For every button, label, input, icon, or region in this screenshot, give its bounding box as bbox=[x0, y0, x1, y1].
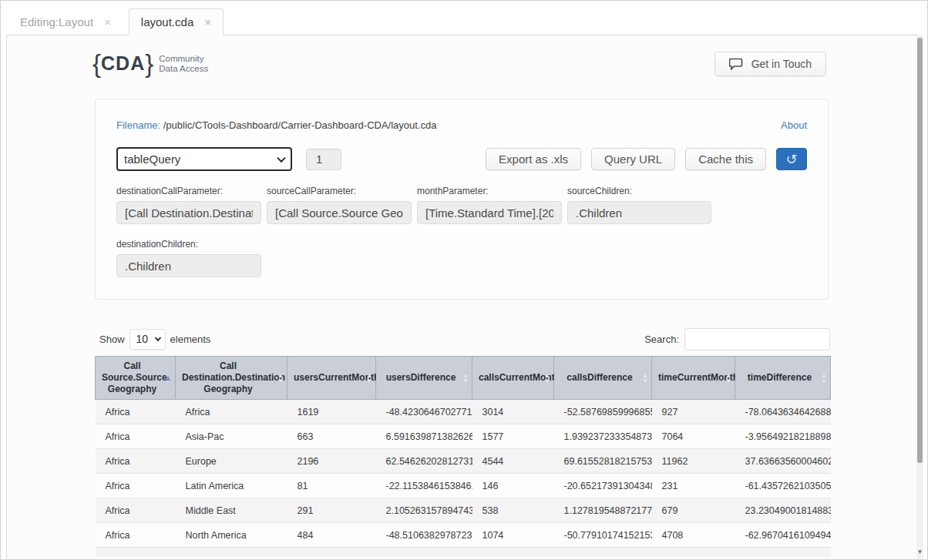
search-control: Search: bbox=[644, 328, 830, 350]
table-cell: 37.63663560004602 bbox=[735, 449, 831, 474]
table-cell: Middle East bbox=[176, 498, 287, 523]
sort-both-icon: ▲▼ bbox=[642, 373, 648, 384]
elements-label: elements bbox=[170, 334, 211, 345]
table-row: AfricaMiddle East2912.105263157894743453… bbox=[96, 498, 831, 523]
table-controls: Show 10 elements Search: bbox=[95, 327, 830, 350]
table-cell: -62.967041610949416 bbox=[735, 523, 831, 548]
close-icon[interactable]: × bbox=[204, 15, 211, 29]
param-label: destinationChildren: bbox=[116, 239, 261, 250]
table-cell: 23.23049001814883 bbox=[735, 498, 831, 523]
table-cell: 4708 bbox=[652, 523, 735, 548]
page-size-select[interactable]: 10 bbox=[129, 329, 166, 350]
data-table: Call Source.Source Geography▲Call Destin… bbox=[95, 356, 831, 557]
table-header-row: Call Source.Source Geography▲Call Destin… bbox=[96, 357, 831, 400]
table-cell: Africa bbox=[96, 498, 176, 523]
table-cell: 927 bbox=[652, 400, 735, 424]
table-cell: 69.61552818215753 bbox=[554, 449, 652, 474]
refresh-icon: ↺ bbox=[785, 152, 797, 167]
table-cell: 663 bbox=[287, 424, 376, 449]
table-row-partial bbox=[96, 548, 831, 557]
logo-brace-close: } bbox=[145, 51, 153, 76]
table-cell: 7064 bbox=[652, 424, 735, 449]
scrollbar: ▼ bbox=[916, 35, 923, 559]
column-header-userscurrentmonth[interactable]: usersCurrentMonth▲▼ bbox=[287, 357, 376, 400]
column-header-call-source-source-geography[interactable]: Call Source.Source Geography▲ bbox=[96, 357, 176, 400]
query-select[interactable]: tableQuery bbox=[116, 147, 292, 171]
table-row: AfricaNorth America484-48.51063829787235… bbox=[96, 523, 831, 548]
table-row: AfricaAfrica1619-48.4230646702771643014-… bbox=[96, 400, 831, 424]
sort-both-icon: ▲▼ bbox=[821, 373, 827, 384]
table-row: AfricaLatin America81-22.115384615384613… bbox=[96, 474, 831, 498]
table-cell: -48.51063829787235 bbox=[376, 523, 472, 548]
column-header-label: callsDifference bbox=[567, 372, 632, 383]
search-input[interactable] bbox=[684, 328, 830, 350]
destination-call-parameter-input[interactable] bbox=[116, 201, 261, 224]
tab-editing-layout[interactable]: Editing:Layout × bbox=[8, 8, 123, 35]
scroll-down-icon[interactable]: ▼ bbox=[916, 549, 923, 555]
table-cell: 484 bbox=[287, 523, 376, 548]
logo-line2: Data Access bbox=[159, 64, 208, 73]
table-cell: Africa bbox=[96, 474, 176, 498]
source-children-input[interactable] bbox=[567, 201, 711, 224]
param-destination-children: destinationChildren: bbox=[116, 239, 261, 277]
table-cell: 1.1278195488721776 bbox=[554, 498, 652, 523]
sort-ascending-icon: ▲ bbox=[164, 374, 172, 382]
param-destination-call: destinationCallParameter: bbox=[116, 186, 261, 224]
get-in-touch-button[interactable]: Get in Touch bbox=[714, 52, 826, 76]
close-icon[interactable]: × bbox=[104, 15, 111, 29]
table-body: AfricaAfrica1619-48.4230646702771643014-… bbox=[96, 400, 831, 557]
about-link[interactable]: About bbox=[781, 119, 807, 131]
table-cell: 679 bbox=[652, 498, 735, 523]
sort-both-icon: ▲▼ bbox=[366, 373, 372, 384]
filename-value: /public/CTools-Dashboard/Carrier-Dashboa… bbox=[163, 119, 437, 131]
table-cell: 81 bbox=[287, 474, 376, 498]
column-header-usersdifference[interactable]: usersDifference▲▼ bbox=[376, 357, 472, 400]
table-cell: -61.43572621035058 bbox=[735, 474, 831, 498]
month-parameter-input[interactable] bbox=[417, 201, 562, 224]
tab-bar: Editing:Layout × layout.cda × bbox=[1, 1, 927, 35]
query-index-input[interactable] bbox=[306, 149, 341, 170]
column-header-callscurrentmonth[interactable]: callsCurrentMonth▲▼ bbox=[472, 357, 554, 400]
logo-line1: Community bbox=[159, 54, 203, 63]
table-cell: -20.65217391304348 bbox=[554, 474, 652, 498]
table-cell: 1577 bbox=[472, 424, 554, 449]
show-label: Show bbox=[99, 334, 125, 345]
column-header-label: Call Source.Source Geography bbox=[102, 360, 167, 394]
parameters-row-2: destinationChildren: bbox=[116, 239, 807, 277]
source-call-parameter-input[interactable] bbox=[267, 201, 412, 224]
sort-both-icon: ▲▼ bbox=[462, 373, 469, 384]
filename-label: Filename: bbox=[116, 119, 160, 131]
query-url-button[interactable]: Query URL bbox=[591, 148, 675, 170]
table-cell: 4544 bbox=[472, 449, 554, 474]
cache-this-button[interactable]: Cache this bbox=[685, 148, 766, 170]
column-header-timedifference[interactable]: timeDifference▲▼ bbox=[735, 357, 831, 400]
table-cell: Europe bbox=[176, 449, 287, 474]
column-header-callsdifference[interactable]: callsDifference▲▼ bbox=[554, 357, 652, 400]
table-cell: Africa bbox=[176, 400, 287, 424]
sort-both-icon: ▲▼ bbox=[277, 373, 284, 384]
table-cell: -78.06436346426881 bbox=[735, 400, 831, 424]
query-panel: Filename: /public/CTools-Dashboard/Carri… bbox=[95, 99, 829, 300]
page-size-control: Show 10 elements bbox=[99, 329, 210, 350]
param-label: sourceCallParameter: bbox=[267, 186, 412, 196]
table-cell: 1619 bbox=[287, 400, 376, 424]
param-source-children: sourceChildren: bbox=[567, 186, 711, 224]
brand-row: { CDA } Community Data Access Get in Tou… bbox=[7, 35, 917, 76]
param-source-call: sourceCallParameter: bbox=[267, 186, 412, 224]
table-row: AfricaAsia-Pac6636.59163987138262615771.… bbox=[96, 424, 831, 449]
column-header-label: Call Destination.Destination Geography bbox=[182, 360, 285, 394]
column-header-timecurrentmonth[interactable]: timeCurrentMonth▲▼ bbox=[652, 357, 735, 400]
table-cell: 3014 bbox=[472, 400, 554, 424]
table-cell: -48.423064670277164 bbox=[376, 400, 472, 424]
export-xls-button[interactable]: Export as .xls bbox=[486, 148, 581, 170]
scrollbar-thumb[interactable] bbox=[917, 38, 923, 463]
table-cell: 1074 bbox=[472, 523, 554, 548]
refresh-button[interactable]: ↺ bbox=[776, 148, 807, 170]
param-month: monthParameter: bbox=[417, 186, 562, 224]
column-header-call-destination-destination-geography[interactable]: Call Destination.Destination Geography▲▼ bbox=[176, 357, 287, 400]
tab-layout-cda[interactable]: layout.cda × bbox=[129, 8, 224, 35]
destination-children-input[interactable] bbox=[116, 254, 261, 277]
table-cell: Africa bbox=[96, 424, 176, 449]
table-cell: -50.779101741521536 bbox=[554, 523, 652, 548]
table-cell: 538 bbox=[472, 498, 554, 523]
